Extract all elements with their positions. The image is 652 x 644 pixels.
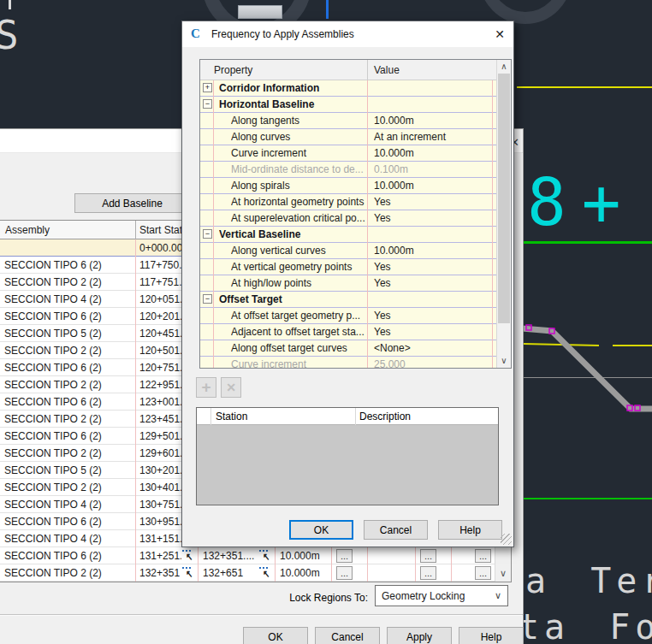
end-station-cell[interactable]: 132+351.... [203,550,258,562]
target-ellipsis-button[interactable]: ... [420,566,436,580]
assembly-cell[interactable]: SECCION TIPO 6 (2) [4,259,131,271]
scroll-down-icon[interactable]: ∨ [495,564,511,582]
assembly-cell[interactable]: SECCION TIPO 2 (2) [4,447,131,459]
grid-row[interactable]: + Corridor Information [200,80,496,97]
grid-row[interactable]: Curve increment 10.000m [200,145,496,162]
assembly-cell[interactable]: SECCION TIPO 2 (2) [4,413,131,425]
assembly-cell[interactable]: SECCION TIPO 5 (2) [4,328,131,340]
grid-row[interactable]: At high/low points Yes [200,275,496,292]
assembly-cell[interactable]: SECCION TIPO 2 (2) [4,276,131,288]
scroll-down-icon[interactable]: ∨ [497,354,511,368]
grid-row[interactable]: At horizontal geometry points Yes [200,194,496,210]
grid-row[interactable]: − Offset Target [200,292,496,308]
assembly-cell[interactable]: SECCION TIPO 6 (2) [4,310,131,322]
property-value[interactable]: Yes [374,326,492,338]
assembly-cell[interactable]: SECCION TIPO 6 (2) [4,396,131,408]
assembly-cell[interactable]: SECCION TIPO 2 (2) [4,345,131,357]
grid-row[interactable]: At offset target geometry p... Yes [200,308,496,324]
station-pick-icon[interactable]: ↖ [182,549,195,563]
grid-row[interactable]: At superelevation critical po... Yes [200,210,496,227]
start-station-cell[interactable]: 130+401... [139,482,181,493]
grid-row[interactable]: Along vertical curves 10.000m [200,243,496,259]
assembly-cell[interactable]: SECCION TIPO 4 (2) [4,499,131,511]
start-station-cell[interactable]: 123+001... [139,396,181,408]
start-station-cell[interactable]: 120+451... [139,328,181,340]
property-value[interactable]: 10.000m [374,115,492,127]
property-value[interactable]: <None> [374,342,492,354]
dialog-titlebar[interactable]: C Frequency to Apply Assemblies ✕ [182,21,513,47]
assembly-cell[interactable]: SECCION TIPO 6 (2) [4,430,131,442]
property-value[interactable]: Yes [374,212,492,224]
frequency-ellipsis-button[interactable]: ... [336,566,353,580]
start-station-cell[interactable]: 120+751... [139,362,181,374]
property-value[interactable]: 10.000m [374,180,492,192]
property-value[interactable]: Yes [374,261,492,273]
start-station-cell[interactable]: 132+351 [139,567,181,579]
start-station-cell[interactable]: 120+201... [139,310,181,322]
property-value[interactable]: At an increment [374,131,492,143]
start-station-cell[interactable]: 120+501... [139,345,181,357]
scroll-up-icon[interactable]: ∧ [497,60,511,74]
cancel-button[interactable]: Cancel [315,627,380,644]
assembly-cell[interactable]: SECCION TIPO 2 (2) [4,379,131,391]
frequency-cell[interactable]: 10.000m [280,550,328,562]
property-value[interactable]: Yes [374,310,492,322]
column-header-property[interactable]: Property [214,64,252,76]
cancel-button[interactable]: Cancel [364,520,428,540]
property-value[interactable]: 10.000m [374,147,492,159]
assembly-cell[interactable]: SECCION TIPO 2 (2) [4,567,131,579]
start-station-cell[interactable]: 130+951... [139,516,181,528]
start-station-cell[interactable]: 130+201... [139,464,181,476]
column-header-station[interactable]: Station [216,411,247,422]
grid-row[interactable]: − Vertical Baseline [200,227,496,243]
table-row[interactable]: SECCION TIPO 2 (2) 132+351 ↖ 132+651 ↖ 1… [0,564,511,582]
property-value[interactable]: Yes [374,277,492,289]
ok-button[interactable]: OK [243,627,308,644]
start-station-cell[interactable]: 129+601... [139,447,181,459]
station-pick-icon[interactable]: ↖ [259,566,272,580]
expand-collapse-icon[interactable]: + [203,83,212,92]
help-button[interactable]: Help [459,627,524,644]
expand-collapse-icon[interactable]: − [203,99,212,109]
property-value[interactable]: 0.100m [374,163,492,175]
assembly-cell[interactable]: SECCION TIPO 6 (2) [4,362,131,374]
station-pick-icon[interactable]: ↖ [259,549,272,563]
target-ellipsis-button[interactable]: ... [420,549,436,563]
start-station-cell[interactable]: 131+151... [139,533,181,545]
ok-button[interactable]: OK [289,520,353,540]
resize-grip[interactable] [501,534,512,545]
grid-row[interactable]: − Horizontal Baseline [200,97,496,113]
column-header-value[interactable]: Value [374,64,400,76]
table-row[interactable]: SECCION TIPO 6 (2) 131+251.... ↖ 132+351… [0,547,511,564]
frequency-cell[interactable]: 10.000m [280,567,328,579]
assembly-cell[interactable]: SECCION TIPO 6 (2) [4,516,131,528]
start-station-cell[interactable]: 130+751... [139,499,181,511]
start-station-cell[interactable]: 0+000.00m [139,242,181,254]
expand-collapse-icon[interactable]: − [203,229,212,239]
apply-button[interactable]: Apply [387,627,452,644]
start-station-cell[interactable]: 123+451... [139,413,181,425]
grid-row[interactable]: Curve increment 25.000 [200,357,496,368]
grid-row[interactable]: Along curves At an increment [200,129,496,145]
frequency-ellipsis-button[interactable]: ... [336,549,353,563]
overrides-ellipsis-button[interactable]: ... [475,549,491,563]
start-station-cell[interactable]: 120+051... [139,293,181,305]
assembly-cell[interactable]: SECCION TIPO 4 (2) [4,293,131,305]
station-pick-icon[interactable]: ↖ [182,566,195,580]
column-header-assembly[interactable]: Assembly [5,224,50,236]
start-station-cell[interactable]: 131+251.... [139,550,181,562]
overrides-ellipsis-button[interactable]: ... [475,566,491,580]
grid-row[interactable]: Along offset target curves <None> [200,340,496,357]
lock-regions-dropdown[interactable]: Geometry Locking ∨ [375,585,508,606]
property-value[interactable]: 25.000 [374,358,492,368]
assembly-cell[interactable]: SECCION TIPO 5 (2) [4,464,131,476]
assembly-cell[interactable]: SECCION TIPO 6 (2) [4,550,131,562]
grid-row[interactable]: Along spirals 10.000m [200,178,496,194]
start-station-cell[interactable]: 117+750... [139,259,181,271]
assembly-cell[interactable]: SECCION TIPO 4 (2) [4,533,131,545]
scrollbar-thumb[interactable] [498,74,510,323]
start-station-cell[interactable]: 117+751... [139,276,181,288]
start-station-cell[interactable]: 122+951... [139,379,181,391]
property-value[interactable]: 10.000m [374,245,492,257]
grid-row[interactable]: Mid-ordinate distance to de... 0.100m [200,162,496,178]
